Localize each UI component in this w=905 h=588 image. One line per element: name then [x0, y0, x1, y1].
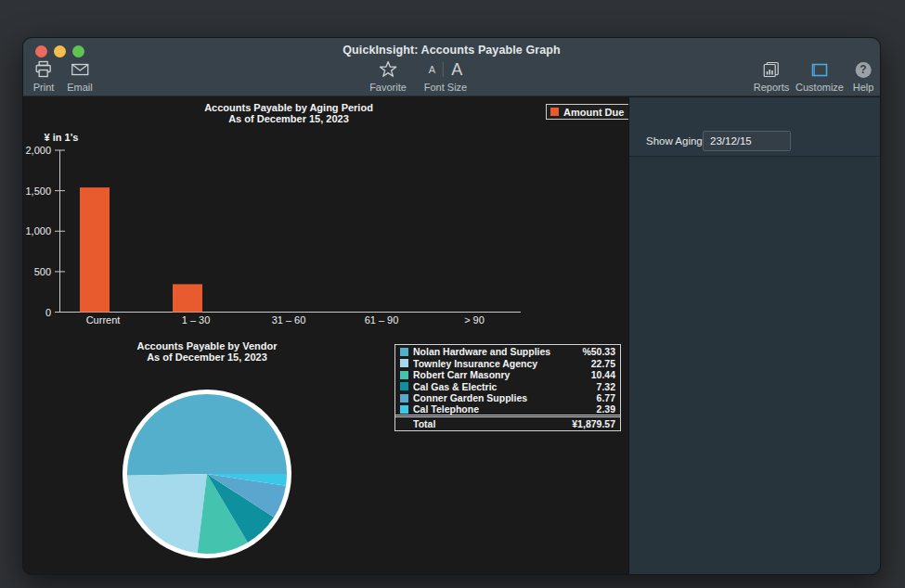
vendor-row: Conner Garden Supplies6.77	[395, 392, 620, 404]
vendor-swatch	[400, 405, 408, 414]
svg-text:500: 500	[34, 266, 51, 277]
help-label: Help	[853, 82, 874, 93]
vendor-row: Townley Insurance Agency22.75	[395, 358, 620, 370]
font-size-icon: A A	[429, 60, 462, 79]
vendor-value: 2.39	[597, 403, 615, 415]
vendor-total-row: Total¥1,879.57	[395, 416, 620, 429]
customize-label: Customize	[795, 82, 844, 93]
question-mark-icon: ?	[856, 60, 872, 79]
vendor-swatch	[400, 371, 408, 379]
customize-icon	[810, 60, 829, 79]
vendor-name: Robert Carr Masonry	[413, 369, 591, 380]
print-label: Print	[33, 82, 55, 93]
svg-text:0: 0	[45, 307, 51, 318]
pie-chart-title-line1: Accounts Payable by Vendor	[68, 340, 346, 352]
customize-button[interactable]: Customize	[795, 60, 844, 93]
email-label: Email	[67, 82, 93, 93]
svg-text:1 – 30: 1 – 30	[182, 314, 211, 326]
aging-date-input[interactable]	[703, 131, 791, 151]
vendor-legend-table: Nolan Hardware and Supplies%50.33Townley…	[394, 344, 621, 431]
vendor-name: Cal Gas & Electric	[413, 381, 597, 392]
favorite-label: Favorite	[369, 82, 407, 93]
reports-button[interactable]: Reports	[754, 60, 790, 93]
vendor-value: 6.77	[597, 392, 615, 403]
app-window: QuickInsight: Accounts Payable Graph Pri…	[22, 37, 881, 575]
svg-text:1,500: 1,500	[25, 185, 51, 197]
print-button[interactable]: Print	[33, 60, 55, 93]
help-button[interactable]: ? Help	[853, 60, 874, 93]
pie-chart-title: Accounts Payable by Vendor As of Decembe…	[68, 340, 346, 363]
star-icon	[379, 60, 397, 79]
svg-text:1,000: 1,000	[25, 225, 51, 236]
vendor-value: 7.32	[597, 381, 615, 392]
vendor-row: Robert Carr Masonry10.44	[395, 369, 620, 381]
aging-row: Show Aging as of	[629, 97, 880, 157]
vendor-row: Cal Telephone2.39	[395, 404, 620, 416]
svg-text:Current: Current	[86, 314, 121, 326]
pie-chart-svg	[114, 381, 300, 567]
vendor-swatch	[400, 348, 408, 356]
vendor-value: 10.44	[591, 369, 615, 380]
window-title: QuickInsight: Accounts Payable Graph	[23, 44, 880, 57]
bar-chart-svg: 05001,0001,5002,000Current1 – 3031 – 606…	[23, 97, 628, 335]
reports-label: Reports	[754, 82, 790, 93]
favorite-button[interactable]: Favorite	[369, 60, 407, 93]
vendor-value: %50.33	[582, 346, 615, 357]
svg-text:2,000: 2,000	[25, 145, 51, 156]
total-swatch-spacer	[400, 419, 408, 428]
vendor-name: Cal Telephone	[413, 403, 597, 415]
vendor-swatch	[400, 359, 408, 367]
pie-chart-title-line2: As of December 15, 2023	[68, 352, 346, 363]
printer-icon	[34, 60, 53, 79]
email-button[interactable]: Email	[67, 60, 93, 93]
vendor-row: Nolan Hardware and Supplies%50.33	[395, 346, 620, 358]
total-value: ¥1,879.57	[572, 418, 615, 429]
window-header: QuickInsight: Accounts Payable Graph Pri…	[23, 38, 880, 96]
vendor-name: Townley Insurance Agency	[413, 358, 591, 369]
window-content: Accounts Payable by Aging Period As of D…	[23, 97, 880, 574]
svg-text:61 – 90: 61 – 90	[365, 314, 399, 326]
vendor-row: Cal Gas & Electric7.32	[395, 381, 620, 393]
svg-text:31 – 60: 31 – 60	[272, 314, 306, 326]
font-size-label: Font Size	[424, 82, 467, 93]
total-label: Total	[413, 418, 572, 429]
svg-text:> 90: > 90	[464, 314, 485, 326]
reports-icon	[762, 60, 781, 79]
graph-area: Accounts Payable by Aging Period As of D…	[23, 97, 628, 574]
vendor-swatch	[400, 382, 408, 390]
vendor-swatch	[400, 394, 408, 403]
vendor-name: Nolan Hardware and Supplies	[413, 346, 582, 357]
options-panel: Show Aging as of	[628, 97, 880, 574]
desktop: { "window": { "title": "QuickInsight: Ac…	[0, 0, 905, 588]
envelope-icon	[71, 60, 89, 79]
font-size-button[interactable]: A A Font Size	[424, 60, 467, 93]
vendor-value: 22.75	[591, 358, 615, 369]
vendor-name: Conner Garden Supplies	[413, 392, 597, 403]
